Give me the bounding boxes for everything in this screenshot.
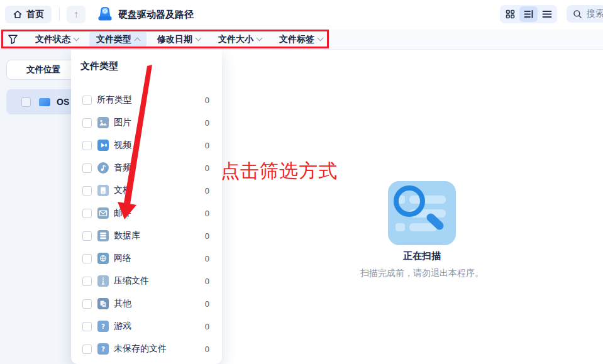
file-type-count: 0 — [205, 299, 209, 309]
file-type-label: 游戏 — [114, 321, 131, 332]
grid-view-button[interactable] — [501, 6, 519, 22]
file-type-item-其他[interactable]: 其他 0 — [71, 292, 222, 315]
video-icon — [97, 140, 109, 151]
file-type-label: 文档 — [114, 185, 131, 196]
file-type-label: 所有类型 — [97, 94, 132, 106]
file-type-checkbox[interactable] — [82, 163, 92, 173]
file-type-dropdown-panel: 文件类型 所有类型 0 图片 0 视频 0 音频 0 文档 0 邮件 0 — [71, 50, 222, 364]
file-type-count: 0 — [205, 186, 209, 196]
detail-list-view-icon — [524, 9, 534, 19]
funnel-filter-icon — [8, 34, 18, 45]
other-icon — [97, 298, 109, 309]
svg-text:?: ? — [101, 345, 105, 353]
file-type-checkbox[interactable] — [82, 186, 92, 196]
filter-label: 文件标签 — [279, 34, 314, 45]
list-view-button[interactable] — [538, 6, 556, 22]
filter-dropdown-文件类型[interactable]: 文件类型 — [89, 32, 147, 47]
file-type-label: 视频 — [114, 140, 131, 151]
filter-label: 文件类型 — [96, 34, 131, 45]
file-type-checkbox[interactable] — [82, 345, 92, 354]
topbar-divider — [59, 8, 60, 21]
filter-label: 文件大小 — [218, 34, 253, 45]
file-type-checkbox[interactable] — [82, 231, 92, 241]
file-type-checkbox[interactable] — [82, 277, 92, 286]
main-content — [157, 50, 603, 364]
chevron-icon — [318, 35, 324, 41]
top-bar: 首页 ↑ 硬盘驱动器及路径 — [0, 0, 603, 30]
scan-status-title: 正在扫描 — [328, 250, 516, 262]
list-view-icon — [542, 9, 552, 19]
file-type-checkbox[interactable] — [82, 96, 92, 105]
file-type-label: 数据库 — [114, 230, 140, 241]
app-icon — [96, 5, 114, 23]
file-type-checkbox[interactable] — [82, 118, 92, 128]
file-type-item-游戏[interactable]: ? 游戏 0 — [71, 315, 222, 338]
database-icon — [97, 230, 109, 241]
file-type-item-文档[interactable]: 文档 0 — [71, 179, 222, 202]
filter-bar: 文件状态 文件类型 修改日期 文件大小 文件标签 — [0, 30, 603, 50]
file-type-item-网络[interactable]: 网络 0 — [71, 247, 222, 270]
file-type-count: 0 — [205, 141, 209, 150]
page-title: 硬盘驱动器及路径 — [118, 9, 194, 21]
grid-view-icon — [506, 9, 515, 19]
file-type-item-所有类型[interactable]: 所有类型 0 — [71, 89, 222, 111]
document-icon — [97, 185, 109, 196]
file-type-label: 未保存的文件 — [114, 343, 167, 355]
game-icon: ? — [97, 321, 109, 332]
search-placeholder: 搜索 — [587, 8, 603, 19]
file-type-count: 0 — [205, 277, 209, 286]
unsaved-icon: ? — [97, 343, 109, 355]
file-type-count: 0 — [205, 96, 209, 105]
filter-label: 文件状态 — [35, 34, 70, 45]
filter-dropdown-文件标签[interactable]: 文件标签 — [272, 32, 329, 47]
scanning-illustration-icon — [388, 181, 456, 245]
home-label: 首页 — [26, 9, 44, 20]
file-type-checkbox[interactable] — [82, 141, 92, 150]
detail-list-view-button[interactable] — [519, 6, 538, 22]
file-type-count: 0 — [205, 209, 209, 218]
file-type-count: 0 — [205, 231, 209, 241]
file-type-item-数据库[interactable]: 数据库 0 — [71, 224, 222, 247]
file-type-item-邮件[interactable]: 邮件 0 — [71, 202, 222, 224]
file-type-checkbox[interactable] — [82, 254, 92, 263]
file-type-label: 邮件 — [114, 207, 131, 219]
file-type-count: 0 — [205, 254, 209, 263]
home-icon — [13, 9, 23, 19]
view-toggle-group — [500, 5, 557, 23]
file-type-count: 0 — [205, 163, 209, 173]
network-icon — [97, 253, 109, 264]
filter-dropdown-文件大小[interactable]: 文件大小 — [211, 32, 268, 47]
file-type-count: 0 — [205, 118, 209, 128]
filter-dropdown-修改日期[interactable]: 修改日期 — [150, 32, 207, 47]
file-type-item-图片[interactable]: 图片 0 — [71, 111, 222, 134]
file-type-label: 音频 — [114, 162, 131, 174]
image-icon — [97, 117, 109, 128]
navigate-up-button[interactable]: ↑ — [67, 6, 86, 23]
chevron-icon — [135, 38, 141, 44]
scan-status-subtitle: 扫描完成前，请勿退出本程序。 — [309, 268, 535, 279]
home-button[interactable]: 首页 — [5, 6, 52, 23]
filter-label: 修改日期 — [157, 34, 192, 45]
drive-checkbox[interactable] — [21, 97, 31, 107]
chevron-icon — [196, 35, 202, 41]
drive-icon — [39, 98, 50, 106]
file-type-checkbox[interactable] — [82, 322, 92, 331]
file-type-count: 0 — [205, 322, 209, 331]
file-type-list: 所有类型 0 图片 0 视频 0 音频 0 文档 0 邮件 0 数据库 0 — [71, 89, 222, 360]
tab-file-location[interactable]: 文件位置 — [6, 60, 80, 80]
chevron-icon — [74, 35, 80, 41]
up-arrow-icon: ↑ — [74, 9, 79, 20]
search-input[interactable]: 搜索 — [567, 5, 603, 23]
file-type-item-压缩文件[interactable]: 压缩文件 0 — [71, 270, 222, 292]
file-type-item-音频[interactable]: 音频 0 — [71, 157, 222, 179]
mail-icon — [97, 207, 109, 219]
search-icon — [573, 9, 582, 19]
magnifier-ring — [394, 185, 425, 217]
file-type-checkbox[interactable] — [82, 209, 92, 218]
file-location-label: 文件位置 — [26, 64, 60, 75]
archive-icon — [97, 275, 109, 287]
file-type-checkbox[interactable] — [82, 299, 92, 309]
file-type-item-未保存的文件[interactable]: ? 未保存的文件 0 — [71, 338, 222, 360]
file-type-item-视频[interactable]: 视频 0 — [71, 134, 222, 157]
filter-dropdown-文件状态[interactable]: 文件状态 — [28, 32, 86, 47]
